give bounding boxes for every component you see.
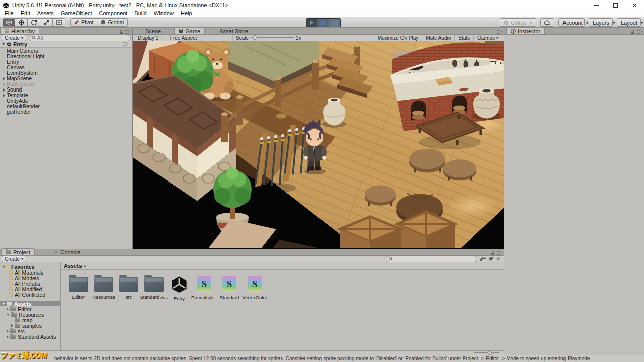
project-tree-item[interactable]: Editor <box>0 306 60 312</box>
status-bar[interactable]: behavior is set to 2D and does not conta… <box>0 355 644 362</box>
pause-button[interactable] <box>317 18 329 27</box>
play-button[interactable] <box>306 18 317 27</box>
shader-icon: S <box>197 276 211 292</box>
hierarchy-item[interactable]: guiRender <box>0 109 132 115</box>
scene-header[interactable]: Entry <box>0 41 132 48</box>
panel-menu-icon[interactable] <box>125 30 130 34</box>
favorites-root[interactable]: ★ Favorites <box>0 264 60 269</box>
project-tree-item[interactable]: samples <box>0 323 60 328</box>
rotate-tool-button[interactable] <box>28 18 40 27</box>
asset-item[interactable]: Editor <box>66 274 91 301</box>
console-icon <box>54 250 58 254</box>
display-dropdown[interactable]: Display 1 <box>135 35 167 41</box>
asset-item[interactable]: SStandard <box>217 274 242 301</box>
asset-store-tab-icon <box>213 29 217 33</box>
breadcrumb: Assets ▸ <box>61 262 504 270</box>
scale-tool-button[interactable] <box>40 18 53 27</box>
favorite-item[interactable]: All Models <box>0 275 60 281</box>
assets-root[interactable]: Assets <box>0 301 60 306</box>
menu-bar: FileEditAssetsGameObjectComponentBuildWi… <box>0 10 644 17</box>
maximize-button[interactable] <box>606 0 625 10</box>
lock-icon[interactable] <box>491 251 495 255</box>
hierarchy-create-button[interactable]: Create <box>2 35 26 41</box>
step-icon <box>332 20 338 25</box>
menu-item[interactable]: Build <box>131 10 150 17</box>
layout-dropdown[interactable]: Layout <box>617 18 641 27</box>
scale-slider[interactable] <box>251 37 294 38</box>
search-by-label-icon[interactable] <box>488 256 493 261</box>
slider-knob[interactable] <box>488 351 492 355</box>
asset-item[interactable]: Resources <box>91 274 116 301</box>
project-tree-item[interactable]: Resources <box>0 312 60 317</box>
asset-item[interactable]: Standard A... <box>141 274 167 301</box>
play-icon <box>309 20 314 25</box>
hierarchy-icon <box>5 29 9 33</box>
tab-hierarchy[interactable]: Hierarchy <box>0 27 39 34</box>
menu-item[interactable]: Component <box>95 10 131 17</box>
favorite-item[interactable]: All Materials <box>0 269 60 275</box>
menu-item[interactable]: Help <box>177 10 196 17</box>
project-tree-item[interactable]: Standard Assets <box>0 334 60 339</box>
favorite-item[interactable]: All Modified <box>0 286 60 292</box>
tab-asset-store[interactable]: Asset Store <box>209 28 252 34</box>
hierarchy-item[interactable]: Directional Light <box>0 54 132 59</box>
tab-console[interactable]: Console <box>50 249 85 255</box>
tab-project[interactable]: Project <box>1 248 35 255</box>
panel-menu-icon[interactable] <box>637 30 642 34</box>
layers-dropdown[interactable]: Layers <box>589 18 613 27</box>
project-create-button[interactable]: Create <box>2 256 26 262</box>
rect-tool-button[interactable] <box>53 18 65 27</box>
step-button[interactable] <box>329 18 341 27</box>
scene-menu-icon[interactable] <box>123 42 128 46</box>
window-title: Unity 5.6.4f1 Personal (64bit) - Entry.u… <box>12 2 228 8</box>
move-tool-button[interactable] <box>15 18 28 27</box>
folder-icon <box>94 277 113 292</box>
lock-icon[interactable] <box>631 30 635 34</box>
pivot-toggle[interactable]: Pivot <box>70 18 97 27</box>
favorite-item[interactable]: All Prefabs <box>0 281 60 286</box>
gizmos-dropdown[interactable]: Gizmos▾ <box>473 35 502 41</box>
asset-item[interactable]: SPremultipli... <box>192 274 217 301</box>
scene-name: Entry <box>13 41 27 47</box>
panel-menu-icon[interactable] <box>497 251 502 255</box>
scale-slider-knob[interactable] <box>253 35 257 40</box>
tab-inspector[interactable]: Inspector <box>506 27 545 34</box>
hand-tool-button[interactable] <box>3 18 15 27</box>
favorites-filter-icon[interactable]: ★ <box>496 256 501 261</box>
global-toggle[interactable]: Global <box>97 18 128 27</box>
unity-scene-icon <box>170 275 188 293</box>
minimize-button[interactable] <box>587 0 606 10</box>
asset-item[interactable]: SVertexColor <box>242 274 267 301</box>
account-dropdown[interactable]: Account <box>558 18 585 27</box>
project-tree-item[interactable]: map <box>0 317 60 323</box>
mute-audio-toggle[interactable]: Mute Audio <box>422 35 454 41</box>
favorite-item[interactable]: All Conflicted <box>0 292 60 297</box>
menu-item[interactable]: File <box>1 10 17 17</box>
search-by-type-icon[interactable] <box>480 256 486 261</box>
lock-icon[interactable] <box>119 30 123 34</box>
collab-dropdown[interactable]: Collab <box>500 18 536 27</box>
thumbnail-size-slider[interactable] <box>474 352 499 353</box>
expand-arrow-icon <box>2 303 5 305</box>
asset-item[interactable]: src <box>116 274 141 301</box>
maximize-on-play-toggle[interactable]: Maximize On Play <box>374 35 422 41</box>
menu-item[interactable]: Assets <box>34 10 57 17</box>
globe-icon <box>101 20 106 25</box>
project-search-input[interactable] <box>386 256 477 262</box>
project-tree-item[interactable]: src <box>0 328 60 334</box>
menu-item[interactable]: Window <box>150 10 177 17</box>
menu-item[interactable]: Edit <box>17 10 34 17</box>
close-button[interactable] <box>625 0 644 10</box>
asset-item[interactable]: Entry <box>167 274 192 301</box>
tab-game[interactable]: Game <box>174 27 205 34</box>
stats-toggle[interactable]: Stats <box>454 35 473 41</box>
panel-menu-icon[interactable] <box>497 30 502 34</box>
aspect-dropdown[interactable]: Free Aspect <box>167 35 233 41</box>
tab-scene[interactable]: Scene <box>135 28 165 34</box>
cloud-button[interactable] <box>540 18 554 27</box>
menu-item[interactable]: GameObject <box>57 10 96 17</box>
game-view[interactable] <box>133 41 504 249</box>
hierarchy-search-input[interactable]: All <box>29 35 131 41</box>
play-controls <box>306 18 341 27</box>
game-scene <box>133 41 504 249</box>
